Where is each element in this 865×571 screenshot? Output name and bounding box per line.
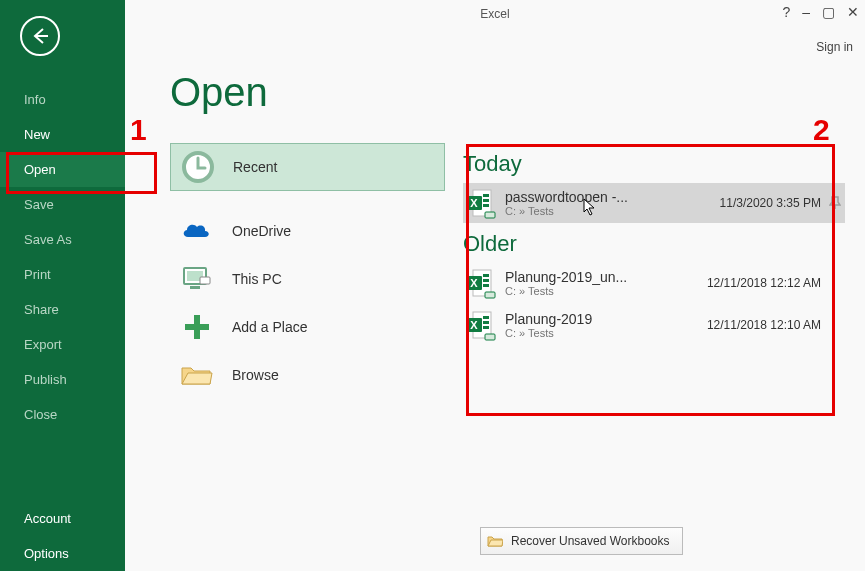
file-name: Planung-2019_un... — [505, 269, 655, 285]
place-label: This PC — [232, 271, 282, 287]
sidebar-item-close[interactable]: Close — [0, 397, 125, 432]
backstage-sidebar: Info New Open Save Save As Print Share E… — [0, 0, 125, 571]
sidebar-item-print[interactable]: Print — [0, 257, 125, 292]
svg-rect-19 — [483, 284, 489, 287]
sidebar-item-info[interactable]: Info — [0, 82, 125, 117]
computer-icon — [180, 262, 214, 296]
place-label: OneDrive — [232, 223, 291, 239]
file-date: 12/11/2018 12:10 AM — [707, 318, 845, 332]
svg-rect-11 — [483, 199, 489, 202]
file-date: 12/11/2018 12:12 AM — [707, 276, 845, 290]
recent-file[interactable]: X Planung-2019_un... C: » Tests 12/11/20… — [463, 263, 845, 303]
sidebar-bottom-items: Account Options — [0, 501, 125, 571]
sidebar-item-publish[interactable]: Publish — [0, 362, 125, 397]
file-text: Planung-2019_un... C: » Tests — [505, 269, 707, 297]
svg-rect-12 — [483, 204, 489, 207]
recent-file[interactable]: X Planung-2019 C: » Tests 12/11/2018 12:… — [463, 305, 845, 345]
place-add[interactable]: Add a Place — [170, 303, 445, 351]
pin-icon[interactable] — [829, 196, 841, 214]
place-browse[interactable]: Browse — [170, 351, 445, 399]
svg-rect-26 — [483, 326, 489, 329]
add-icon — [180, 310, 214, 344]
svg-rect-25 — [483, 321, 489, 324]
onedrive-icon — [180, 214, 214, 248]
sidebar-item-save[interactable]: Save — [0, 187, 125, 222]
place-recent[interactable]: Recent — [170, 143, 445, 191]
sidebar-item-account[interactable]: Account — [0, 501, 125, 536]
file-text: Planung-2019 C: » Tests — [505, 311, 707, 339]
svg-rect-4 — [200, 277, 210, 284]
svg-rect-18 — [483, 279, 489, 282]
open-columns: Recent OneDrive This PC — [170, 143, 845, 563]
back-button[interactable] — [20, 16, 60, 56]
place-label: Recent — [233, 159, 277, 175]
group-older: Older — [463, 231, 845, 257]
recover-unsaved-button[interactable]: Recover Unsaved Workbooks — [480, 527, 683, 555]
excel-file-icon: X — [463, 308, 497, 342]
svg-text:X: X — [470, 197, 478, 209]
place-label: Browse — [232, 367, 279, 383]
sidebar-items: Info New Open Save Save As Print Share E… — [0, 82, 125, 432]
places-list: Recent OneDrive This PC — [170, 143, 445, 563]
svg-rect-13 — [485, 212, 495, 218]
sidebar-item-open[interactable]: Open — [0, 152, 125, 187]
svg-rect-20 — [485, 292, 495, 298]
file-text: passwordtoopen -... C: » Tests — [505, 189, 720, 217]
excel-file-icon: X — [463, 266, 497, 300]
excel-file-icon: X — [463, 186, 497, 220]
main-panel: Open Recent OneDrive — [125, 0, 865, 571]
file-path: C: » Tests — [505, 205, 720, 217]
svg-rect-27 — [485, 334, 495, 340]
sidebar-item-share[interactable]: Share — [0, 292, 125, 327]
svg-text:X: X — [470, 319, 478, 331]
svg-rect-6 — [185, 324, 209, 330]
svg-rect-10 — [483, 194, 489, 197]
file-path: C: » Tests — [505, 327, 707, 339]
svg-rect-3 — [190, 286, 200, 289]
file-name: passwordtoopen -... — [505, 189, 655, 205]
place-thispc[interactable]: This PC — [170, 255, 445, 303]
place-onedrive[interactable]: OneDrive — [170, 207, 445, 255]
svg-rect-24 — [483, 316, 489, 319]
recover-label: Recover Unsaved Workbooks — [511, 534, 670, 548]
place-label: Add a Place — [232, 319, 308, 335]
back-arrow-icon — [30, 26, 50, 46]
svg-text:X: X — [470, 277, 478, 289]
file-date: 11/3/2020 3:35 PM — [720, 196, 845, 210]
recent-file[interactable]: X passwordtoopen -... C: » Tests 11/3/20… — [463, 183, 845, 223]
backstage-window: Excel ? – ▢ ✕ Sign in Info New Open Save… — [0, 0, 865, 571]
sidebar-item-saveas[interactable]: Save As — [0, 222, 125, 257]
page-title: Open — [170, 70, 845, 115]
clock-icon — [181, 150, 215, 184]
folder-icon — [487, 534, 503, 548]
folder-icon — [180, 358, 214, 392]
file-path: C: » Tests — [505, 285, 707, 297]
sidebar-item-new[interactable]: New — [0, 117, 125, 152]
group-today: Today — [463, 151, 845, 177]
sidebar-item-options[interactable]: Options — [0, 536, 125, 571]
sidebar-item-export[interactable]: Export — [0, 327, 125, 362]
svg-rect-17 — [483, 274, 489, 277]
recent-panel: Today X passwordtoopen -... C: » Tests 1… — [445, 143, 845, 563]
file-name: Planung-2019 — [505, 311, 655, 327]
